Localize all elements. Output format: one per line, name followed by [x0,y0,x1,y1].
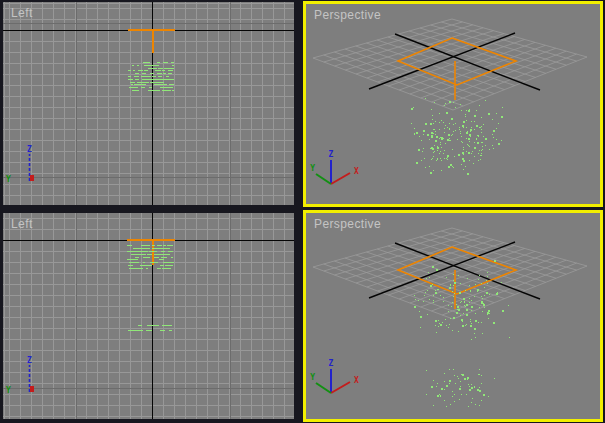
viewport-top-left[interactable]: ZY Left [3,2,294,205]
axis-tripod-icon: ZY [6,356,34,395]
svg-text:X: X [354,167,359,176]
viewport-perspective[interactable]: ZXY Perspective [306,213,600,419]
ground-grid [313,19,587,110]
ground-grid [313,228,587,319]
snow-emitter[interactable] [127,240,175,265]
world-axis-lines [3,2,294,205]
viewport-label[interactable]: Perspective [314,218,381,230]
scene-canvas-perspective-bottom[interactable]: ZXY [306,213,600,419]
axis-tripod-icon: ZY [6,145,34,184]
particle-cloud [127,245,174,331]
particle-cloud [411,98,503,175]
viewport-perspective[interactable]: ZXY Perspective [306,4,600,204]
axis-tripod-icon: ZXY [310,150,359,184]
viewport-bottom-right-active[interactable]: ZXY Perspective [303,210,603,422]
svg-text:X: X [354,376,359,385]
axis-tripod-icon: ZXY [310,359,359,393]
viewport-left-grid[interactable]: ZY Left [3,2,294,205]
scene-canvas-left-top[interactable]: ZY [3,2,294,205]
scene-canvas-perspective-top[interactable]: ZXY [306,4,600,204]
svg-text:Y: Y [6,175,11,184]
viewport-bottom-left[interactable]: ZY Left [3,213,294,419]
svg-text:Z: Z [27,356,32,365]
viewport-label[interactable]: Left [11,218,33,230]
viewport-label[interactable]: Perspective [314,9,381,21]
svg-text:Z: Z [329,150,334,159]
grid-major-lines [3,2,294,205]
snow-emitter[interactable] [128,30,175,53]
svg-text:Y: Y [310,373,315,382]
svg-text:Z: Z [329,359,334,368]
svg-text:Z: Z [27,145,32,154]
snow-emitter[interactable] [398,38,516,100]
viewport-workspace: { "colors": { "frame_bg": "#17171f", "vi… [0,0,605,423]
scene-canvas-left-bottom[interactable]: ZY [3,213,294,419]
viewport-top-right-active[interactable]: ZXY Perspective [303,1,603,207]
viewport-label[interactable]: Left [11,7,33,19]
grid-major-lines [3,213,294,419]
svg-text:Y: Y [310,164,315,173]
particle-cloud [128,62,174,91]
svg-text:Y: Y [6,386,11,395]
viewport-left-grid[interactable]: ZY Left [3,213,294,419]
